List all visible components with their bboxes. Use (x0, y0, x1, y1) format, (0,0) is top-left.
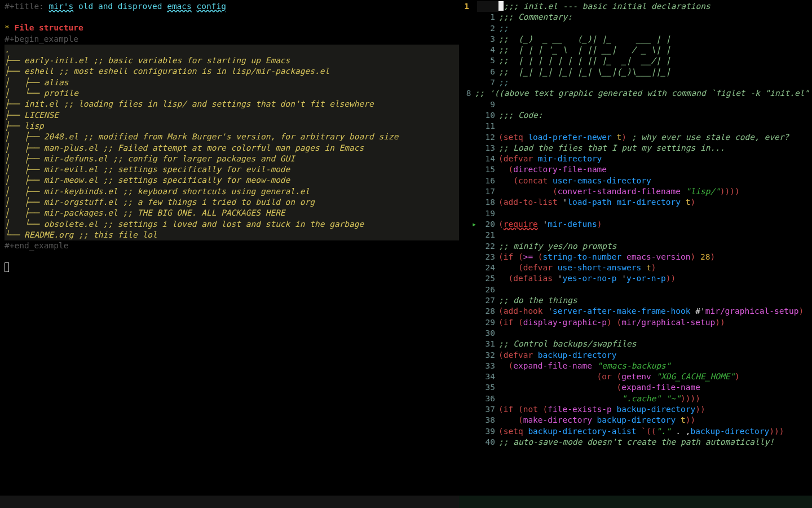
code[interactable]: ;; (498, 77, 812, 88)
code-line[interactable]: 2;; (459, 23, 812, 34)
col-indicator (459, 110, 471, 121)
code[interactable]: (setq load-prefer-newer t) ; why ever us… (498, 132, 812, 143)
code-line[interactable]: 24 (defvar use-short-answers t) (459, 262, 812, 273)
code-line[interactable]: 40;; auto-save-mode doesn't create the p… (459, 437, 812, 448)
code-line[interactable]: ▸20(require 'mir-defuns) (459, 219, 812, 230)
code-line[interactable]: 3;; (_) _ __ (_)| |_ ___ | | (459, 34, 812, 45)
code-line[interactable]: 5;; | | | | | | | || |_ _| __/| | (459, 55, 812, 66)
code[interactable] (498, 284, 812, 295)
tree-line: ├── eshell ;; most eshell configuration … (5, 66, 457, 77)
code[interactable]: ;;; init.el --- basic initial declaratio… (498, 1, 812, 12)
code-line[interactable]: 30 (459, 328, 812, 339)
code-line[interactable]: 10;;; Code: (459, 110, 812, 121)
code[interactable]: (require 'mir-defuns) (498, 219, 812, 230)
code[interactable]: ;; (_) _ __ (_)| |_ ___ | | (498, 34, 812, 45)
fringe (471, 176, 477, 186)
code[interactable]: (add-to-list 'load-path mir-directory t) (498, 197, 812, 208)
code[interactable]: ;; do the things (498, 295, 812, 306)
code-line[interactable]: 6;; |_| |_| |_| |_| \__|(_)\___||_| (459, 67, 812, 77)
code[interactable]: (add-hook 'server-after-make-frame-hook … (498, 306, 812, 317)
code-line[interactable]: 1;;; Commentary: (459, 12, 812, 23)
code[interactable]: ;;; Commentary: (498, 12, 812, 23)
code-line[interactable]: 23(if (>= (string-to-number emacs-versio… (459, 252, 812, 262)
code-line[interactable]: 33 (expand-file-name "emacs-backups" (459, 361, 812, 371)
code[interactable]: ;; (498, 23, 812, 34)
code[interactable]: ;; '((above text graphic generated with … (474, 88, 812, 99)
code[interactable]: ;;; Code: (498, 110, 812, 121)
line-number: 20 (477, 219, 498, 230)
code-line[interactable]: 1 ;;; init.el --- basic initial declarat… (459, 1, 812, 12)
code-line[interactable]: 13;; Load the files that I put my settin… (459, 143, 812, 154)
code-line[interactable]: 18(add-to-list 'load-path mir-directory … (459, 197, 812, 208)
code[interactable] (498, 121, 812, 132)
code[interactable]: (defvar backup-directory (498, 350, 812, 361)
init-el-pane[interactable]: 1 ;;; init.el --- basic initial declarat… (459, 0, 812, 508)
tree-line: │ ├── mir-keybinds.el ;; keyboard shortc… (5, 186, 457, 197)
code[interactable]: (defalias 'yes-or-no-p 'y-or-n-p)) (498, 273, 812, 284)
code[interactable] (498, 230, 812, 240)
code[interactable]: (or (getenv "XDG_CACHE_HOME") (498, 371, 812, 382)
code[interactable]: ;; |_| |_| |_| |_| \__|(_)\___||_| (498, 67, 812, 77)
code-line[interactable]: 34 (or (getenv "XDG_CACHE_HOME") (459, 371, 812, 382)
code-line[interactable]: 11 (459, 121, 812, 132)
line-number: 18 (477, 197, 498, 208)
code-line[interactable]: 15 (directory-file-name (459, 164, 812, 175)
col-indicator (459, 284, 471, 295)
code-line[interactable]: 35 (expand-file-name (459, 382, 812, 393)
code-line[interactable]: 19 (459, 208, 812, 219)
code[interactable]: ;; Control backups/swapfiles (498, 339, 812, 349)
code[interactable]: (setq backup-directory-alist `(("." . ,b… (498, 426, 812, 437)
line-number: 16 (477, 176, 498, 186)
code[interactable]: (if (display-graphic-p) (mir/graphical-s… (498, 317, 812, 328)
line-number: 4 (477, 45, 498, 55)
col-indicator (459, 208, 471, 219)
tree-line: │ ├── mir-packages.el ;; THE BIG ONE. AL… (5, 208, 457, 218)
code-line[interactable]: 32(defvar backup-directory (459, 350, 812, 361)
code[interactable] (498, 328, 812, 339)
code-line[interactable]: 7;; (459, 77, 812, 88)
code[interactable]: (expand-file-name (498, 382, 812, 393)
code-line[interactable]: 36 ".cache" "~")))) (459, 393, 812, 404)
cursor-box (5, 262, 459, 273)
code[interactable]: ;; Load the files that I put my settings… (498, 143, 812, 154)
readme-org-pane[interactable]: #+title: mir's old and disproved emacs c… (0, 0, 459, 508)
fringe (471, 154, 477, 164)
code[interactable] (498, 99, 812, 110)
code-line[interactable]: 27;; do the things (459, 295, 812, 306)
code-line[interactable]: 8;; '((above text graphic generated with… (459, 88, 812, 99)
code-line[interactable]: 16 (concat user-emacs-directory (459, 176, 812, 186)
code-line[interactable]: 21 (459, 230, 812, 240)
code[interactable] (498, 208, 812, 219)
code-line[interactable]: 31;; Control backups/swapfiles (459, 339, 812, 349)
code[interactable]: (defvar use-short-answers t) (498, 262, 812, 273)
fringe (471, 328, 477, 339)
line-number: 37 (477, 404, 498, 415)
code-line[interactable]: 29(if (display-graphic-p) (mir/graphical… (459, 317, 812, 328)
code-line[interactable]: 38 (make-directory backup-directory t)) (459, 415, 812, 426)
code[interactable]: ;; auto-save-mode doesn't create the pat… (498, 437, 812, 448)
code-line[interactable]: 17 (convert-standard-filename "lisp/")))… (459, 186, 812, 197)
code[interactable]: (make-directory backup-directory t)) (498, 415, 812, 426)
code[interactable]: ;; minify yes/no prompts (498, 241, 812, 252)
code[interactable]: (if (not (file-exists-p backup-directory… (498, 404, 812, 415)
code[interactable]: (convert-standard-filename "lisp/")))) (498, 186, 812, 197)
code-line[interactable]: 37(if (not (file-exists-p backup-directo… (459, 404, 812, 415)
code-line[interactable]: 9 (459, 99, 812, 110)
code-line[interactable]: 26 (459, 284, 812, 295)
code[interactable]: (expand-file-name "emacs-backups" (498, 361, 812, 371)
code[interactable]: ".cache" "~")))) (498, 393, 812, 404)
fringe (471, 110, 477, 121)
code[interactable]: ;; | | | | | | | || |_ _| __/| | (498, 55, 812, 66)
code-line[interactable]: 28(add-hook 'server-after-make-frame-hoo… (459, 306, 812, 317)
code-line[interactable]: 14(defvar mir-directory (459, 154, 812, 164)
code-line[interactable]: 39(setq backup-directory-alist `(("." . … (459, 426, 812, 437)
code[interactable]: (if (>= (string-to-number emacs-version)… (498, 252, 812, 262)
code[interactable]: (directory-file-name (498, 164, 812, 175)
code[interactable]: (concat user-emacs-directory (498, 176, 812, 186)
code-line[interactable]: 25 (defalias 'yes-or-no-p 'y-or-n-p)) (459, 273, 812, 284)
code-line[interactable]: 12(setq load-prefer-newer t) ; why ever … (459, 132, 812, 143)
code-line[interactable]: 4;; | | | '_ \ | || __| / _ \| | (459, 45, 812, 55)
code-line[interactable]: 22;; minify yes/no prompts (459, 241, 812, 252)
code[interactable]: (defvar mir-directory (498, 154, 812, 164)
code[interactable]: ;; | | | '_ \ | || __| / _ \| | (498, 45, 812, 55)
